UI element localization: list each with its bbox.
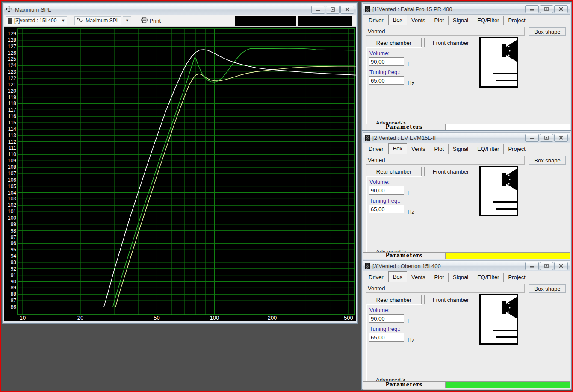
svg-text:104: 104: [8, 190, 16, 196]
tuning-label: Tuning freq.:: [369, 69, 401, 75]
tab-driver[interactable]: Driver: [364, 144, 388, 154]
close-button[interactable]: [340, 6, 354, 14]
tuning-input[interactable]: [369, 76, 404, 85]
rear-chamber-tab[interactable]: Rear chamber: [366, 38, 422, 47]
svg-text:99: 99: [11, 221, 17, 227]
tab-eq-filter[interactable]: EQ/Filter: [473, 273, 504, 282]
restore-button[interactable]: [540, 134, 553, 142]
svg-text:102: 102: [8, 202, 16, 208]
tab-plot[interactable]: Plot: [430, 16, 449, 25]
view-combo[interactable]: Maximum SPL: [74, 16, 121, 25]
svg-text:115: 115: [8, 120, 16, 126]
tab-project[interactable]: Project: [504, 16, 530, 25]
parameters-row: Parameters: [363, 381, 570, 388]
minimize-button[interactable]: [525, 134, 539, 142]
tuning-unit: Hz: [408, 209, 414, 215]
svg-text:100: 100: [8, 215, 16, 221]
tab-driver[interactable]: Driver: [364, 273, 388, 282]
svg-text:116: 116: [8, 113, 16, 119]
tab-project[interactable]: Project: [504, 144, 530, 154]
tab-driver[interactable]: Driver: [364, 16, 388, 25]
view-combo-value: Maximum SPL: [86, 18, 119, 24]
volume-label: Volume:: [369, 179, 390, 185]
svg-text:124: 124: [8, 62, 16, 68]
parameters-status-bar: [445, 253, 570, 259]
view-combo-dropdown-button[interactable]: ▼: [123, 16, 131, 25]
box-type-field[interactable]: Vented: [366, 156, 525, 165]
tab-plot[interactable]: Plot: [430, 273, 449, 282]
svg-text:123: 123: [8, 69, 16, 75]
tab-eq-filter[interactable]: EQ/Filter: [473, 144, 504, 154]
plot-window: Maximum SPL [3]vented : 15L400 ▼ Maximum…: [2, 2, 358, 324]
design-window-3-title: [3]Vented : Oberton 15L400: [372, 263, 523, 269]
print-button[interactable]: Print: [139, 16, 163, 25]
tab-box[interactable]: Box: [388, 15, 407, 26]
box-shape-button[interactable]: Box shape: [529, 27, 566, 36]
vent-line: [496, 208, 517, 210]
tab-vents[interactable]: Vents: [407, 273, 430, 282]
tab-eq-filter[interactable]: EQ/Filter: [473, 16, 504, 25]
minimize-button[interactable]: [311, 6, 325, 14]
chevron-down-icon: ▼: [59, 18, 65, 23]
restore-button[interactable]: [326, 6, 340, 14]
minimize-button[interactable]: [525, 262, 539, 270]
design-window-3-titlebar[interactable]: [3]Vented : Oberton 15L400: [363, 260, 570, 271]
rear-chamber-tab[interactable]: Rear chamber: [366, 167, 422, 176]
volume-input[interactable]: [369, 186, 404, 195]
volume-label: Volume:: [369, 50, 390, 56]
tab-box[interactable]: Box: [388, 143, 407, 154]
vent-line: [496, 80, 517, 81]
box-type-field[interactable]: Vented: [366, 284, 525, 293]
box-shape-button[interactable]: Box shape: [529, 156, 566, 165]
close-button[interactable]: [554, 5, 568, 13]
close-button[interactable]: [554, 262, 568, 270]
box-shape-button[interactable]: Box shape: [529, 284, 566, 293]
tab-vents[interactable]: Vents: [407, 144, 430, 154]
svg-text:95: 95: [11, 247, 17, 253]
tuning-input[interactable]: [369, 333, 404, 342]
front-chamber-tab[interactable]: Front chamber: [424, 295, 477, 304]
svg-text:112: 112: [8, 139, 16, 145]
svg-text:129: 129: [8, 31, 16, 37]
close-button[interactable]: [554, 134, 568, 142]
plot-window-titlebar[interactable]: Maximum SPL: [4, 4, 356, 15]
volume-input[interactable]: [369, 57, 404, 66]
tab-signal[interactable]: Signal: [449, 16, 473, 25]
svg-text:87: 87: [11, 298, 17, 304]
project-combo[interactable]: [3]vented : 15L400 ▼: [6, 16, 67, 25]
design-window-2-titlebar[interactable]: [2]Vented : EV EVM15L-II: [363, 132, 570, 143]
minimize-button[interactable]: [525, 5, 539, 13]
tab-vents[interactable]: Vents: [407, 16, 430, 25]
svg-text:98: 98: [11, 228, 17, 234]
box-diagram: [479, 294, 518, 345]
box-type-field[interactable]: Vented: [366, 27, 525, 36]
restore-button[interactable]: [540, 262, 553, 270]
svg-text:94: 94: [11, 253, 17, 259]
chamber-groupbox: Volume: l Tuning freq.: Hz Advanced->: [366, 304, 422, 388]
tab-plot[interactable]: Plot: [430, 144, 449, 154]
tab-signal[interactable]: Signal: [449, 273, 473, 282]
rear-chamber-tab[interactable]: Rear chamber: [366, 295, 422, 304]
design-tabs: Driver Box Vents Plot Signal EQ/Filter P…: [363, 15, 570, 25]
speaker-box-icon: [365, 135, 370, 141]
parameters-label: Parameters: [363, 253, 445, 259]
parameters-label: Parameters: [363, 124, 445, 130]
front-chamber-tab[interactable]: Front chamber: [424, 38, 477, 47]
speaker-box-icon: [365, 6, 370, 12]
design-window-1-titlebar[interactable]: [1]Vented : Faital Pro 15 PR 400: [363, 3, 570, 15]
tuning-unit: Hz: [408, 80, 414, 86]
front-chamber-tab[interactable]: Front chamber: [424, 167, 477, 176]
tab-project[interactable]: Project: [504, 273, 530, 282]
tab-signal[interactable]: Signal: [449, 144, 473, 154]
svg-text:121: 121: [8, 82, 16, 88]
tuning-input[interactable]: [369, 205, 404, 213]
toolbar-separator: [135, 16, 135, 25]
tab-box[interactable]: Box: [388, 271, 407, 283]
volume-input[interactable]: [369, 314, 404, 323]
svg-text:50: 50: [154, 315, 159, 321]
restore-button[interactable]: [540, 5, 553, 13]
svg-text:500: 500: [344, 315, 353, 321]
svg-text:125: 125: [8, 56, 16, 62]
svg-text:117: 117: [8, 107, 16, 113]
svg-text:200: 200: [268, 315, 277, 321]
